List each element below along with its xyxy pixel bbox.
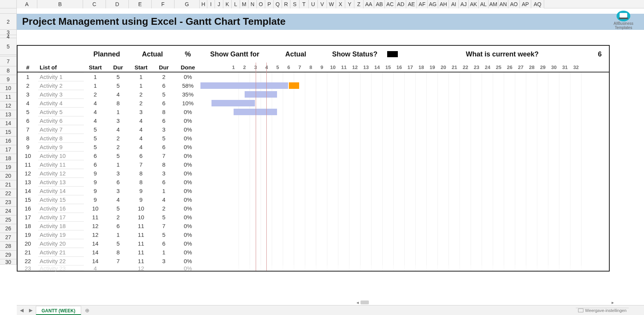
task-index[interactable]: 4 xyxy=(18,99,38,108)
col-header-AH[interactable]: AH xyxy=(438,0,449,8)
task-index[interactable]: 12 xyxy=(18,169,38,178)
task-done[interactable]: 58% xyxy=(175,81,200,90)
task-index[interactable]: 17 xyxy=(18,213,38,222)
col-header-AJ[interactable]: AJ xyxy=(459,0,469,8)
row-header-21[interactable]: 21 xyxy=(0,180,17,189)
actual-start[interactable]: 10 xyxy=(130,213,152,222)
week-header-17[interactable]: 17 xyxy=(405,64,416,70)
week-header-28[interactable]: 28 xyxy=(526,64,537,70)
task-name[interactable]: Activity 5 xyxy=(38,108,84,116)
task-name[interactable]: Activity 1 xyxy=(38,72,84,81)
task-index[interactable]: 9 xyxy=(18,143,38,151)
col-actual-dur[interactable]: Dur xyxy=(152,64,175,71)
row-header-7[interactable]: 7 xyxy=(0,56,17,66)
planned-start[interactable]: 9 xyxy=(84,169,107,178)
actual-dur[interactable]: 5 xyxy=(152,213,175,222)
actual-start[interactable]: 12 xyxy=(130,265,152,271)
planned-start[interactable]: 11 xyxy=(84,213,107,222)
col-header-N[interactable]: N xyxy=(248,0,257,8)
tab-prev-icon[interactable]: ◄ xyxy=(19,307,25,314)
col-header-AM[interactable]: AM xyxy=(489,0,498,8)
actual-dur[interactable]: 8 xyxy=(152,160,175,169)
actual-start[interactable]: 2 xyxy=(130,99,152,108)
task-done[interactable]: 0% xyxy=(175,230,200,239)
col-header-AL[interactable]: AL xyxy=(479,0,489,8)
scroll-left-icon[interactable]: ◄ xyxy=(355,301,360,304)
task-row[interactable]: 9Activity 952460% xyxy=(18,143,609,151)
actual-dur[interactable]: 7 xyxy=(152,222,175,230)
col-header-G[interactable]: G xyxy=(175,0,200,8)
col-done[interactable]: Done xyxy=(175,64,200,71)
task-name[interactable]: Activity 17 xyxy=(38,213,84,222)
actual-start[interactable]: 4 xyxy=(130,134,152,143)
task-done[interactable]: 35% xyxy=(175,90,200,99)
col-header-S[interactable]: S xyxy=(290,0,300,8)
task-done[interactable]: 0% xyxy=(175,160,200,169)
task-name[interactable]: Activity 7 xyxy=(38,125,84,134)
planned-start[interactable]: 4 xyxy=(84,99,107,108)
row-header-9[interactable]: 9 xyxy=(0,75,17,84)
actual-dur[interactable]: 6 xyxy=(152,81,175,90)
current-week-value[interactable]: 6 xyxy=(591,46,609,63)
add-sheet-icon[interactable]: ⊕ xyxy=(85,307,90,313)
col-header-AO[interactable]: AO xyxy=(508,0,520,8)
actual-start[interactable]: 2 xyxy=(130,90,152,99)
actual-dur[interactable]: 3 xyxy=(152,257,175,265)
task-index[interactable]: 3 xyxy=(18,90,38,99)
row-header-14[interactable]: 14 xyxy=(0,119,17,128)
row-header-5[interactable]: 5 xyxy=(0,38,17,55)
planned-start[interactable]: 9 xyxy=(84,195,107,204)
row-header-29[interactable]: 29 xyxy=(0,251,17,259)
task-name[interactable]: Activity 15 xyxy=(38,195,84,204)
week-header-30[interactable]: 30 xyxy=(548,64,559,70)
row-header-10[interactable]: 10 xyxy=(0,84,17,93)
col-header-C[interactable]: C xyxy=(83,0,106,8)
sheet-tab-bar[interactable]: ◄ ► GANTT (WEEK) ⊕ Weergave-instellingen xyxy=(17,305,644,315)
planned-start[interactable]: 4 xyxy=(84,108,107,116)
task-name[interactable]: Activity 11 xyxy=(38,160,84,169)
task-name[interactable]: Activity 8 xyxy=(38,134,84,143)
task-name[interactable]: Activity 19 xyxy=(38,230,84,239)
task-row[interactable]: 16Activity 161051020% xyxy=(18,204,609,213)
week-header-5[interactable]: 5 xyxy=(272,64,283,70)
task-index[interactable]: 11 xyxy=(18,160,38,169)
task-name[interactable]: Activity 16 xyxy=(38,204,84,213)
actual-start[interactable]: 11 xyxy=(130,257,152,265)
task-name[interactable]: Activity 20 xyxy=(38,239,84,248)
planned-dur[interactable]: 6 xyxy=(107,222,130,230)
col-header-A[interactable]: A xyxy=(17,0,37,8)
task-index[interactable]: 6 xyxy=(18,116,38,125)
col-header-W[interactable]: W xyxy=(327,0,336,8)
week-header-13[interactable]: 13 xyxy=(360,64,372,70)
col-header-P[interactable]: P xyxy=(265,0,274,8)
row-header-17[interactable]: 17 xyxy=(0,145,17,154)
week-header-4[interactable]: 4 xyxy=(261,64,272,70)
col-header-AA[interactable]: AA xyxy=(364,0,374,8)
actual-dur[interactable]: 2 xyxy=(152,72,175,81)
actual-dur[interactable]: 6 xyxy=(152,116,175,125)
row-header-19[interactable]: 19 xyxy=(0,163,17,172)
actual-start[interactable]: 6 xyxy=(130,151,152,160)
task-row[interactable]: 8Activity 852450% xyxy=(18,134,609,143)
task-index[interactable]: 7 xyxy=(18,125,38,134)
col-header-AF[interactable]: AF xyxy=(417,0,428,8)
task-row[interactable]: 11Activity 1161780% xyxy=(18,160,609,169)
task-name[interactable]: Activity 18 xyxy=(38,222,84,230)
task-done[interactable]: 10% xyxy=(175,99,200,108)
horizontal-scrollbar[interactable]: ◄ ► xyxy=(360,301,610,304)
task-row[interactable]: 10Activity 1065670% xyxy=(18,151,609,160)
planned-dur[interactable]: 1 xyxy=(107,108,130,116)
planned-start[interactable]: 5 xyxy=(84,143,107,151)
planned-start[interactable]: 14 xyxy=(84,239,107,248)
planned-start[interactable]: 4 xyxy=(84,116,107,125)
actual-start[interactable]: 4 xyxy=(130,116,152,125)
task-index[interactable]: 15 xyxy=(18,195,38,204)
actual-start[interactable]: 4 xyxy=(130,143,152,151)
task-index[interactable]: 5 xyxy=(18,108,38,116)
planned-dur[interactable]: 4 xyxy=(107,90,130,99)
task-row[interactable]: 20Activity 201451160% xyxy=(18,239,609,248)
week-header-23[interactable]: 23 xyxy=(471,64,482,70)
actual-dur[interactable]: 5 xyxy=(152,230,175,239)
col-number[interactable]: # xyxy=(18,64,38,71)
task-done[interactable]: 0% xyxy=(175,169,200,178)
